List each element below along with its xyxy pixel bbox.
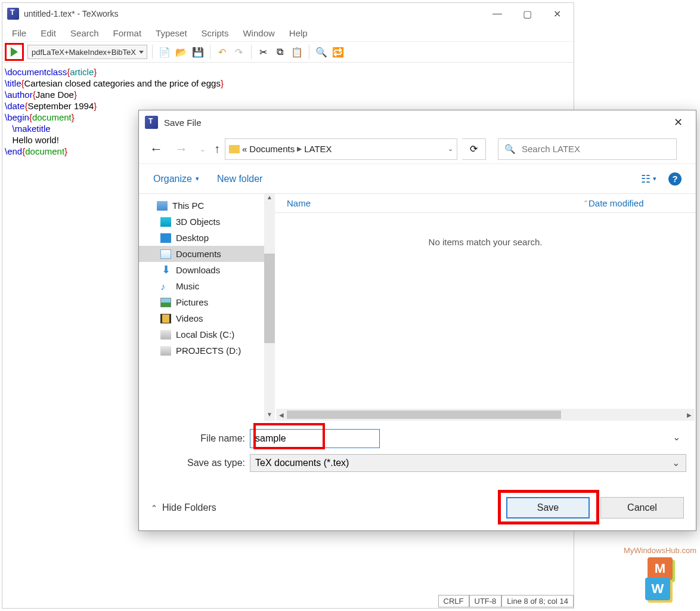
nav-history-icon[interactable]: ⌄ [196,143,209,156]
menubar: File Edit Search Format Typeset Scripts … [2,24,574,41]
tree-scrollbar[interactable]: ▲▼ [264,194,275,421]
search-input[interactable] [522,144,670,154]
paste-icon[interactable]: 📋 [290,45,304,59]
tree-downloads[interactable]: ⬇Downloads [139,262,264,278]
minimize-button[interactable]: — [491,8,503,20]
maximize-button[interactable]: ▢ [521,8,533,20]
tree-pictures[interactable]: Pictures [139,294,264,310]
filename-label: File name: [148,433,250,444]
view-options-button[interactable]: ☷ ▾ [641,172,656,186]
search-box[interactable]: 🔍 [498,138,677,160]
tree-music[interactable]: ♪Music [139,278,264,294]
dialog-toolbar: Organize New folder ☷ ▾ ? [139,164,696,194]
breadcrumb[interactable]: « Documents ▶ LATEX ⌄ [225,138,457,160]
status-encoding[interactable]: UTF-8 [469,595,502,607]
window-title: untitled-1.tex* - TeXworks [24,9,491,18]
horizontal-scrollbar[interactable]: ◀▶ [276,409,695,421]
watermark-text: MyWindowsHub.com [624,546,696,555]
tree-videos[interactable]: Videos [139,310,264,326]
typeset-button[interactable] [5,43,24,61]
tree-desktop[interactable]: Desktop [139,230,264,246]
chevron-up-icon: ⌃ [151,504,157,513]
save-as-type-label: Save as type: [148,458,250,468]
new-file-icon[interactable]: 📄 [157,45,172,59]
engine-dropdown[interactable]: pdfLaTeX+MakeIndex+BibTeX [27,45,147,59]
play-icon [11,47,18,57]
watermark-logo: M W [645,557,675,600]
hide-folders-button[interactable]: ⌃ Hide Folders [151,502,216,513]
save-file-icon[interactable]: 💾 [191,45,205,59]
nav-up-icon[interactable]: ↑ [214,142,220,156]
nav-back-icon[interactable]: ← [146,139,166,159]
open-file-icon[interactable]: 📂 [174,45,188,59]
menu-typeset[interactable]: Typeset [150,26,193,41]
app-icon [7,8,19,20]
file-list: Name ⌃ Date modified No items match your… [275,194,696,421]
menu-format[interactable]: Format [107,26,148,41]
toolbar: pdfLaTeX+MakeIndex+BibTeX 📄 📂 💾 ↶ ↷ ✂ ⧉ … [2,41,574,63]
chevron-down-icon[interactable]: ⌄ [448,145,453,153]
undo-icon[interactable]: ↶ [215,45,230,59]
tree-projects-d[interactable]: PROJECTS (D:) [139,342,264,359]
nav-forward-icon[interactable]: → [171,139,191,159]
crumb-root[interactable]: « [242,144,247,154]
help-icon[interactable]: ? [668,172,682,186]
empty-message: No items match your search. [275,213,696,409]
statusbar: CRLF UTF-8 Line 8 of 8; col 14 [438,594,574,608]
redo-icon[interactable]: ↷ [232,45,246,59]
crumb-latex[interactable]: LATEX [304,144,332,154]
menu-scripts[interactable]: Scripts [196,26,235,41]
status-position: Line 8 of 8; col 14 [501,595,574,607]
save-as-type-dropdown[interactable]: TeX documents (*.tex) [250,454,686,472]
folder-icon [229,145,240,153]
save-button[interactable]: Save [506,497,590,519]
menu-file[interactable]: File [6,26,32,41]
cancel-button[interactable]: Cancel [600,497,684,519]
titlebar: untitled-1.tex* - TeXworks — ▢ ✕ [2,3,574,24]
tree-this-pc[interactable]: This PC [139,198,264,214]
file-list-header: Name ⌃ Date modified [275,194,696,213]
crumb-documents[interactable]: Documents [249,144,295,154]
filename-input[interactable] [250,429,380,448]
menu-edit[interactable]: Edit [35,26,62,41]
sort-indicator-icon: ⌃ [583,199,589,207]
refresh-button[interactable]: ⟳ [462,138,486,160]
menu-window[interactable]: Window [237,26,280,41]
search-icon: 🔍 [504,144,516,155]
organize-button[interactable]: Organize [153,174,199,184]
copy-icon[interactable]: ⧉ [273,45,287,59]
watermark: MyWindowsHub.com M W [624,546,696,600]
folder-tree: This PC 3D Objects Desktop Documents ⬇Do… [139,194,264,421]
dialog-app-icon [145,116,158,129]
save-file-dialog: Save File ✕ ← → ⌄ ↑ « Documents ▶ LATEX … [138,110,696,531]
new-folder-button[interactable]: New folder [217,174,262,184]
menu-search[interactable]: Search [64,26,105,41]
replace-icon[interactable]: 🔁 [331,45,345,59]
column-date-modified[interactable]: Date modified [589,198,684,208]
tree-3d-objects[interactable]: 3D Objects [139,214,264,230]
close-button[interactable]: ✕ [551,8,563,20]
menu-help[interactable]: Help [283,26,314,41]
status-crlf[interactable]: CRLF [438,595,469,607]
dialog-nav: ← → ⌄ ↑ « Documents ▶ LATEX ⌄ ⟳ 🔍 [139,134,696,164]
cut-icon[interactable]: ✂ [256,45,271,59]
dialog-title: Save File [164,118,666,128]
find-icon[interactable]: 🔍 [314,45,329,59]
dialog-close-button[interactable]: ✕ [666,113,690,131]
chevron-right-icon: ▶ [297,145,302,153]
dialog-titlebar: Save File ✕ [139,110,696,134]
tree-documents[interactable]: Documents [139,246,264,262]
tree-local-disk-c[interactable]: Local Disk (C:) [139,326,264,342]
